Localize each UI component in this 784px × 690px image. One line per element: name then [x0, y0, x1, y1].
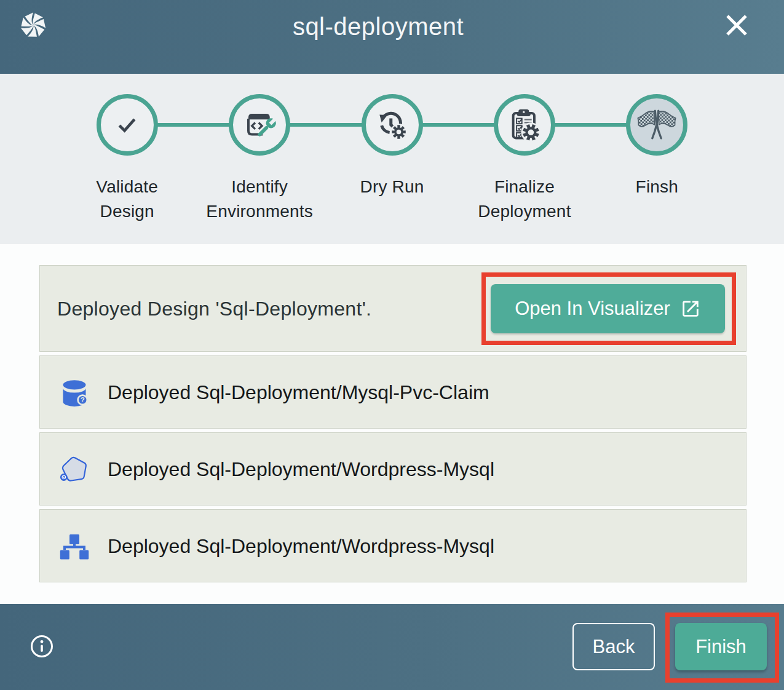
deployed-resource-text: Deployed Sql-Deployment/Wordpress-Mysql	[108, 433, 494, 506]
deployed-resource-row: ? Deployed Sql-Deployment/Mysql-Pvc-Clai…	[39, 355, 746, 429]
step-circle-5	[626, 94, 687, 156]
step-dry-run[interactable]: Dry Run	[326, 74, 458, 244]
step-circle-2	[229, 94, 290, 156]
org-chart-icon	[60, 532, 89, 561]
step-label-line: Finsh	[636, 177, 678, 196]
clipboard-gear-icon	[508, 108, 541, 141]
step-validate-design[interactable]: ValidateDesign	[61, 74, 193, 244]
step-label: FinalizeDeployment	[478, 175, 571, 224]
deployment-wizard-modal: sql-deployment ValidateDesign	[0, 0, 784, 690]
step-label: Dry Run	[360, 175, 424, 199]
step-label-line: Identify	[231, 177, 288, 196]
modal-footer: Back Finish	[0, 604, 784, 690]
history-gear-icon	[376, 109, 408, 141]
step-label-line: Finalize	[494, 177, 555, 196]
step-circle-4	[494, 94, 555, 156]
open-in-visualizer-label: Open In Visualizer	[515, 298, 670, 320]
step-label: IdentifyEnvironments	[206, 175, 313, 224]
step-label-line: Dry Run	[360, 177, 424, 196]
close-icon[interactable]	[726, 14, 748, 36]
finish-button[interactable]: Finish	[675, 623, 767, 670]
deployed-resource-row: Deployed Sql-Deployment/Wordpress-Mysql	[39, 432, 746, 506]
step-label-line: Environments	[206, 202, 313, 221]
results-area: Deployed Design 'Sql-Deployment'. Open I…	[0, 244, 784, 604]
pentagon-badge-icon	[60, 455, 89, 485]
step-label-line: Validate	[96, 177, 158, 196]
step-finalize-deployment[interactable]: FinalizeDeployment	[458, 74, 590, 244]
open-in-visualizer-button[interactable]: Open In Visualizer	[491, 284, 725, 333]
wizard-stepper: ValidateDesign	[0, 74, 784, 244]
code-window-wrench-icon	[244, 109, 275, 141]
step-label-line: Design	[100, 202, 154, 221]
deployed-resource-row: Deployed Sql-Deployment/Wordpress-Mysql	[39, 509, 746, 582]
database-question-icon: ?	[60, 378, 89, 408]
deployed-resource-text: Deployed Sql-Deployment/Wordpress-Mysql	[108, 510, 494, 583]
step-label: Finsh	[636, 175, 678, 199]
step-circle-3	[362, 94, 423, 156]
deployed-resource-text: Deployed Sql-Deployment/Mysql-Pvc-Claim	[108, 356, 489, 429]
step-circle-1	[97, 94, 158, 156]
checkered-flags-icon	[634, 102, 679, 148]
dialog-title: sql-deployment	[293, 13, 464, 41]
external-link-icon	[680, 298, 701, 319]
checkmark-icon	[112, 110, 142, 140]
back-button[interactable]: Back	[572, 623, 655, 670]
modal-header: sql-deployment	[0, 0, 784, 74]
deployed-design-text: Deployed Design 'Sql-Deployment'.	[57, 266, 371, 352]
svg-text:?: ?	[81, 396, 85, 403]
step-label: ValidateDesign	[96, 175, 158, 224]
step-finish[interactable]: Finsh	[591, 74, 723, 244]
title-wrap: sql-deployment	[0, 0, 756, 53]
step-label-line: Deployment	[478, 202, 571, 221]
deployed-design-card: Deployed Design 'Sql-Deployment'. Open I…	[39, 265, 746, 352]
info-icon[interactable]	[30, 635, 53, 658]
step-identify-environments[interactable]: IdentifyEnvironments	[193, 74, 325, 244]
